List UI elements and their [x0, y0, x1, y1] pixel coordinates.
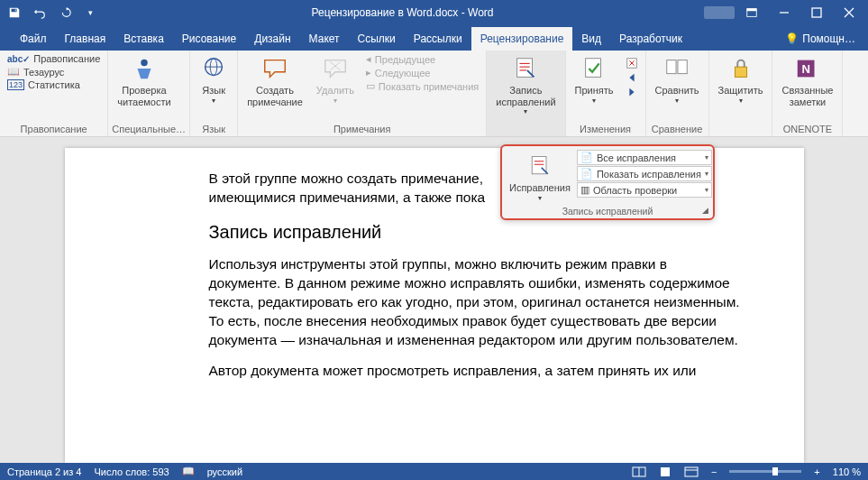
body-text: Автор документа может просмотреть исправ…	[209, 362, 741, 381]
accept-button[interactable]: Принять ▾	[570, 52, 619, 106]
accessibility-check-button[interactable]: Проверка читаемости	[112, 52, 176, 109]
prev-change-button[interactable]	[622, 70, 642, 85]
tab-home[interactable]: Главная	[56, 27, 115, 51]
group-compare: Сравнить ▾ Сравнение	[646, 51, 709, 136]
svg-rect-19	[661, 467, 670, 476]
word-count-button[interactable]: Число слов: 593	[94, 466, 169, 477]
chevron-down-icon: ▾	[212, 97, 215, 105]
track-changes-button[interactable]: Запись исправлений▾	[490, 52, 561, 117]
zoom-level-button[interactable]: 110 %	[833, 466, 861, 477]
language-button[interactable]: Язык ▾	[194, 52, 233, 106]
group-protect: Защитить ▾	[709, 51, 773, 136]
svg-rect-13	[735, 67, 746, 77]
protect-button[interactable]: Защитить ▾	[713, 52, 769, 106]
group-language: Язык ▾ Язык	[190, 51, 238, 136]
svg-rect-12	[678, 60, 687, 74]
globe-icon	[199, 54, 228, 83]
language-status-button[interactable]: русский	[207, 466, 242, 477]
maximize-button[interactable]	[801, 2, 832, 23]
view-print-button[interactable]	[659, 466, 672, 477]
doc-icon: 📄	[580, 168, 593, 180]
svg-rect-20	[685, 467, 698, 476]
ribbon-display-button[interactable]	[736, 2, 767, 23]
group-label: Сравнение	[650, 122, 705, 135]
show-comments-button[interactable]: ▭Показать примечания	[362, 79, 482, 93]
prev-comment-button[interactable]: ◂Предыдущее	[362, 52, 482, 66]
zoom-out-button[interactable]: −	[711, 466, 717, 477]
onenote-button[interactable]: N Связанные заметки	[776, 52, 838, 109]
new-comment-button[interactable]: Создать примечание	[242, 52, 308, 109]
group-label: Примечания	[242, 122, 482, 135]
spelling-button[interactable]: abc✓Правописание	[4, 52, 104, 65]
show-icon: ▭	[366, 80, 375, 92]
undo-button[interactable]	[29, 2, 50, 23]
svg-point-4	[141, 60, 148, 67]
chevron-down-icon: ▾	[524, 107, 527, 115]
group-changes: Принять ▾ Изменения	[566, 51, 646, 136]
comment-icon	[260, 54, 289, 83]
show-markup-dropdown[interactable]: 📄Показать исправления	[577, 166, 712, 181]
document-area: В этой группе можно создать примечание, …	[0, 137, 868, 463]
statistics-button[interactable]: 123Статистика	[4, 78, 104, 91]
tab-layout[interactable]: Макет	[300, 27, 349, 51]
lock-icon	[726, 54, 755, 83]
save-button[interactable]	[4, 2, 25, 23]
redo-button[interactable]	[54, 2, 76, 23]
minimize-button[interactable]	[769, 2, 799, 23]
group-label: ONENOTE	[776, 122, 838, 135]
close-button[interactable]	[834, 2, 864, 23]
tab-developer[interactable]: Разработчик	[610, 27, 691, 51]
group-onenote: N Связанные заметки ONENOTE	[772, 51, 843, 136]
compare-button[interactable]: Сравнить ▾	[650, 52, 705, 106]
view-read-button[interactable]	[632, 466, 646, 477]
zoom-thumb[interactable]	[772, 467, 778, 475]
group-tracking: Запись исправлений▾	[487, 51, 565, 136]
book-icon: 📖	[182, 466, 195, 477]
track-icon	[525, 152, 554, 180]
pane-icon: ▥	[580, 184, 589, 196]
view-web-button[interactable]	[684, 466, 699, 477]
tab-file[interactable]: Файл	[11, 27, 56, 51]
next-comment-button[interactable]: ▸Следующее	[362, 66, 482, 79]
reviewing-pane-dropdown[interactable]: ▥Область проверки	[577, 182, 712, 198]
delete-comment-button[interactable]: Удалить ▾	[311, 52, 360, 106]
count-icon: 123	[7, 79, 24, 90]
account-button[interactable]	[704, 2, 735, 23]
tab-mailings[interactable]: Рассылки	[405, 27, 471, 51]
track-changes-popup-button[interactable]: Исправления ▾	[506, 150, 574, 204]
tab-references[interactable]: Ссылки	[349, 27, 405, 51]
reject-button[interactable]	[622, 56, 642, 70]
tracking-popup: Исправления ▾ 📄Все исправления 📄Показать…	[500, 144, 715, 220]
qat-customize-button[interactable]: ▾	[79, 2, 101, 23]
tab-view[interactable]: Вид	[572, 27, 610, 51]
onenote-icon: N	[793, 54, 822, 83]
display-for-review-dropdown[interactable]: 📄Все исправления	[577, 150, 712, 165]
ribbon: abc✓Правописание 📖Тезаурус 123Статистика…	[0, 51, 868, 137]
thesaurus-button[interactable]: 📖Тезаурус	[4, 65, 104, 78]
tab-design[interactable]: Дизайн	[245, 27, 299, 51]
dialog-launcher-icon[interactable]: ◢	[702, 206, 708, 215]
quick-access-toolbar: ▾	[4, 2, 101, 23]
group-accessibility: Проверка читаемости Специальные…	[108, 51, 190, 136]
tell-me-button[interactable]: 💡Помощн…	[776, 27, 868, 51]
tab-draw[interactable]: Рисование	[173, 27, 245, 51]
window-controls	[704, 2, 864, 23]
spellcheck-status-button[interactable]: 📖	[182, 466, 195, 477]
lightbulb-icon: 💡	[785, 32, 799, 45]
compare-icon	[662, 54, 691, 83]
page-number-button[interactable]: Страница 2 из 4	[7, 466, 81, 477]
popup-label: Запись исправлений	[506, 204, 709, 217]
group-comments: Создать примечание Удалить ▾ ◂Предыдущее…	[238, 51, 487, 136]
group-label: Правописание	[4, 122, 104, 135]
zoom-in-button[interactable]: +	[814, 466, 819, 477]
window-title: Рецензирование в Word.docx - Word	[101, 6, 704, 19]
zoom-slider[interactable]	[729, 470, 801, 473]
group-label: Язык	[194, 122, 233, 135]
body-text: В этой группе можно создать примечание,	[209, 171, 483, 186]
status-bar: Страница 2 из 4 Число слов: 593 📖 русски…	[0, 463, 868, 480]
next-change-button[interactable]	[622, 85, 642, 99]
tab-review[interactable]: Рецензирование	[471, 27, 573, 51]
group-label: Изменения	[570, 122, 642, 135]
svg-rect-9	[586, 59, 601, 78]
tab-insert[interactable]: Вставка	[114, 27, 173, 51]
